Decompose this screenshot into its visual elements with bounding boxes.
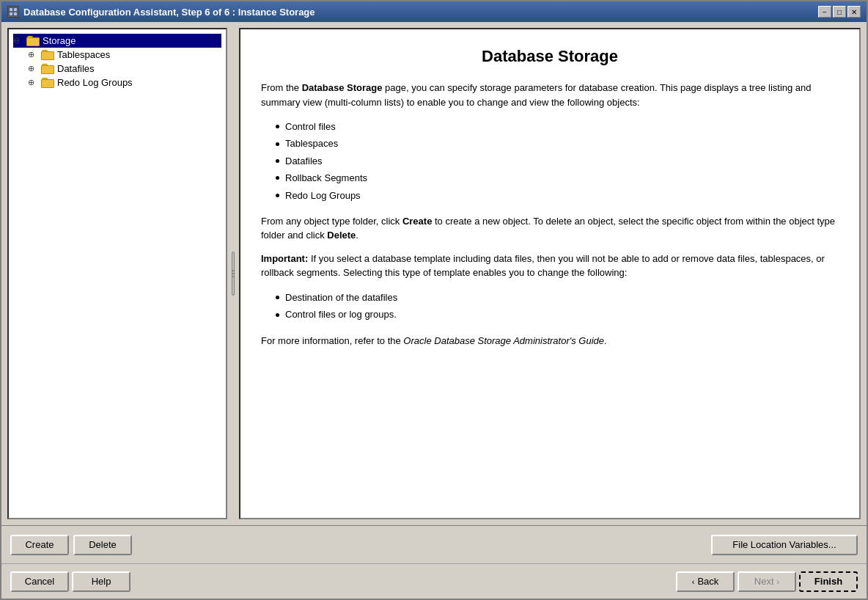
list-item-redo-log-groups: Redo Log Groups — [276, 187, 839, 204]
expand-icon-redo-log-groups[interactable]: ⊕ — [28, 78, 38, 87]
next-button[interactable]: Next › — [738, 571, 796, 592]
bullet-dot-2 — [276, 142, 279, 146]
title-bar-left: Database Configuration Assistant, Step 6… — [7, 6, 315, 18]
reference-italic-text: Oracle Database Storage Administrator's … — [403, 335, 604, 346]
main-window: Database Configuration Assistant, Step 6… — [0, 0, 868, 600]
intro-bold: Database Storage — [302, 82, 383, 93]
create-delete-paragraph: From any object type folder, click Creat… — [261, 214, 839, 243]
reference-paragraph: For more information, refer to the Oracl… — [261, 334, 839, 348]
svg-rect-3 — [10, 12, 12, 15]
create-bold-text: Create — [402, 216, 432, 227]
next-label: Next — [754, 576, 774, 587]
cancel-button[interactable]: Cancel — [10, 571, 69, 592]
delete-bold-text: Delete — [327, 230, 356, 241]
window-title: Database Configuration Assistant, Step 6… — [23, 7, 315, 18]
list-item-control-files: Control files — [276, 118, 839, 135]
expand-icon-storage[interactable]: ⊖ — [13, 36, 23, 45]
bullet-dot-5 — [276, 194, 279, 197]
tree-children: ⊕ Tablespaces ⊕ Datafiles — [13, 48, 221, 89]
tree-node-tablespaces[interactable]: ⊕ Tablespaces — [28, 48, 221, 62]
delete-button[interactable]: Delete — [73, 535, 132, 555]
tree-label-datafiles: Datafiles — [57, 63, 95, 74]
create-button[interactable]: Create — [10, 535, 69, 555]
left-panel-tree[interactable]: ⊖ Storage ⊕ Tablespaces — [7, 28, 227, 519]
bullet-dot-7 — [276, 313, 279, 317]
svg-rect-4 — [14, 12, 17, 15]
file-location-button-container: File Location Variables... — [711, 535, 858, 555]
page-title: Database Storage — [261, 47, 839, 66]
important-paragraph: Important: If you select a database temp… — [261, 252, 839, 280]
svg-rect-2 — [14, 8, 17, 11]
nav-left-buttons: Cancel Help — [10, 571, 130, 592]
nav-right-buttons: ‹ Back Next › Finish — [676, 571, 858, 592]
title-bar: Database Configuration Assistant, Step 6… — [1, 1, 867, 22]
window-controls: − □ ✕ — [818, 6, 861, 18]
important-label: Important: — [261, 253, 308, 264]
back-arrow-icon: ‹ — [692, 577, 695, 586]
list-item-destination: Destination of the datafiles — [276, 289, 839, 306]
expand-icon-tablespaces[interactable]: ⊕ — [28, 50, 38, 59]
tree-node-storage[interactable]: ⊖ Storage — [13, 34, 221, 48]
folder-icon-storage — [26, 36, 40, 46]
navigation-bar: Cancel Help ‹ Back Next › Finish — [1, 563, 867, 599]
divider-dot-3 — [232, 276, 234, 277]
svg-rect-1 — [10, 8, 12, 11]
close-button[interactable]: ✕ — [847, 6, 861, 18]
help-button[interactable]: Help — [72, 571, 130, 592]
folder-icon-redo-log-groups — [41, 78, 54, 88]
list-item-rollback-segments: Rollback Segments — [276, 169, 839, 186]
bullet-dot-4 — [276, 176, 279, 180]
list-item-control-log: Control files or log groups. — [276, 306, 839, 323]
objects-list: Control files Tablespaces Datafiles Roll… — [261, 118, 839, 204]
divider-dot-1 — [232, 270, 234, 271]
tree-label-storage: Storage — [43, 35, 76, 46]
bullet-dot-3 — [276, 159, 279, 163]
panel-divider — [230, 28, 236, 519]
back-button[interactable]: ‹ Back — [676, 571, 735, 592]
tree-node-datafiles[interactable]: ⊕ Datafiles — [28, 62, 221, 76]
create-delete-buttons: Create Delete — [10, 535, 132, 555]
right-panel-content: Database Storage From the Database Stora… — [239, 28, 861, 519]
finish-button[interactable]: Finish — [799, 571, 858, 592]
bottom-toolbar: Create Delete File Location Variables... — [1, 525, 867, 563]
divider-dot-2 — [232, 273, 234, 274]
tree-label-redo-log-groups: Redo Log Groups — [57, 77, 133, 88]
back-label: Back — [697, 576, 718, 587]
intro-paragraph: From the Database Storage page, you can … — [261, 81, 839, 109]
folder-icon-datafiles — [41, 64, 54, 74]
next-arrow-icon: › — [777, 577, 780, 586]
important-list: Destination of the datafiles Control fil… — [261, 289, 839, 323]
bullet-dot-6 — [276, 296, 279, 299]
list-item-tablespaces: Tablespaces — [276, 135, 839, 152]
app-icon — [7, 6, 19, 18]
bullet-dot-1 — [276, 125, 279, 128]
tree-node-redo-log-groups[interactable]: ⊕ Redo Log Groups — [28, 76, 221, 89]
content-area: ⊖ Storage ⊕ Tablespaces — [1, 22, 867, 525]
tree-label-tablespaces: Tablespaces — [57, 49, 110, 60]
folder-icon-tablespaces — [41, 50, 54, 60]
file-location-button[interactable]: File Location Variables... — [711, 535, 858, 555]
minimize-button[interactable]: − — [818, 6, 831, 18]
maximize-button[interactable]: □ — [833, 6, 846, 18]
expand-icon-datafiles[interactable]: ⊕ — [28, 64, 38, 73]
list-item-datafiles: Datafiles — [276, 153, 839, 169]
divider-handle — [232, 252, 235, 296]
